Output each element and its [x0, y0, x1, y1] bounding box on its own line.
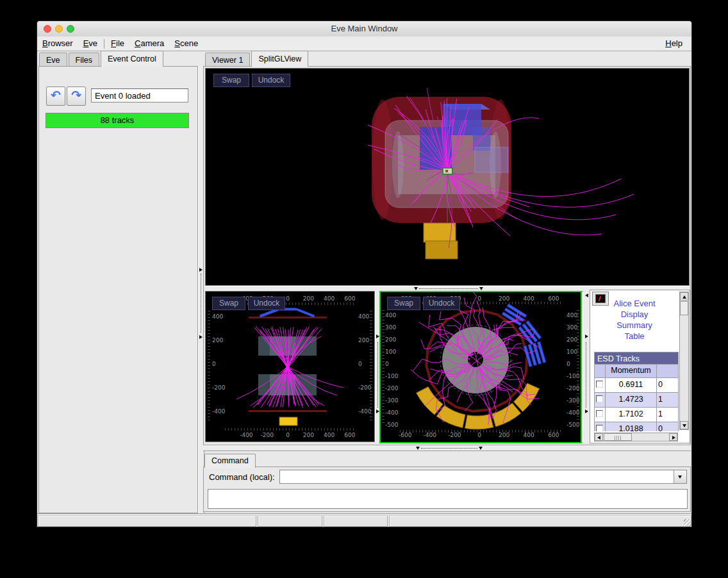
table-row: 1.47231 — [595, 393, 679, 408]
splitter-arrow-icon[interactable] — [416, 447, 420, 450]
previous-event-button[interactable]: ↶ — [46, 87, 65, 106]
titlebar[interactable]: Eve Main Window — [37, 21, 691, 37]
clipped-value: 1 — [657, 408, 679, 422]
summary-table-panel: Alice EventDisplaySummaryTable ESD Track… — [590, 290, 690, 443]
esd-tracks-table: ESD Tracks Momentum 0.691101.472311.7102… — [594, 352, 679, 431]
menubar: BrowserEveFileCameraScene Help — [37, 37, 691, 51]
splitter-arrow-icon[interactable] — [479, 447, 483, 450]
row-checkbox[interactable] — [596, 395, 603, 402]
tracks-count-badge: 88 tracks — [46, 113, 189, 128]
menu-items: BrowserEveFileCameraScene — [37, 38, 203, 48]
command-input[interactable] — [280, 470, 679, 483]
summary-title: Alice EventDisplaySummaryTable — [592, 298, 677, 342]
momentum-value: 1.7102 — [606, 408, 657, 422]
command-dropdown-button[interactable] — [674, 470, 686, 483]
row-checkbox[interactable] — [596, 425, 603, 431]
status-segment — [389, 515, 691, 527]
menu-item-scene[interactable]: Scene — [169, 37, 203, 48]
rz-projection-viewport[interactable]: -400-2000200400600-400-20002004006004002… — [205, 291, 375, 442]
row-checkbox[interactable] — [596, 410, 603, 417]
menu-item-camera[interactable]: Camera — [129, 37, 169, 48]
status-segment — [258, 515, 322, 527]
xy-event-scene — [381, 292, 581, 442]
splitglview-frame: Swap Undock -400-2000200400600-400-20002… — [203, 66, 691, 445]
tab-eve[interactable]: Eve — [39, 53, 67, 67]
select-column-header[interactable] — [595, 365, 606, 377]
swap-button[interactable]: Swap — [213, 74, 249, 87]
clipped-column-header[interactable] — [657, 365, 679, 377]
next-event-button[interactable]: ↷ — [67, 87, 86, 106]
menu-item-browser[interactable]: Browser — [37, 37, 78, 48]
xy-projection-viewport-selected[interactable]: -600-400-2000200400600-600-400-200020040… — [379, 291, 582, 443]
splitter-arrow-icon[interactable] — [414, 287, 418, 290]
table-vscrollbar[interactable] — [679, 292, 689, 430]
splitter-arrow-icon[interactable] — [199, 268, 203, 272]
momentum-column-header[interactable]: Momentum — [606, 365, 657, 377]
clipped-value: 1 — [657, 393, 679, 407]
table-row: 1.01880 — [595, 422, 679, 431]
swap-button[interactable]: Swap — [387, 297, 420, 310]
command-label: Command (local): — [209, 472, 275, 482]
horizontal-splitter-bottom[interactable] — [203, 445, 691, 451]
tab-event-control[interactable]: Event Control — [101, 51, 163, 67]
momentum-value: 1.0188 — [606, 422, 657, 431]
table-caption: ESD Tracks — [595, 352, 679, 365]
tab-command[interactable]: Command — [204, 454, 256, 468]
3d-event-scene — [206, 69, 689, 285]
command-combobox — [279, 470, 687, 484]
3d-viewport[interactable]: Swap Undock — [205, 68, 690, 286]
menu-item-help[interactable]: Help — [660, 37, 688, 48]
menu-separator — [104, 39, 104, 49]
tab-splitglview[interactable]: SplitGLView — [251, 51, 308, 67]
table-header-row: Momentum — [595, 365, 679, 378]
momentum-value: 1.4723 — [606, 393, 657, 407]
table-hscrollbar[interactable] — [594, 433, 678, 442]
resize-grip[interactable] — [684, 519, 691, 527]
splitter-arrow-icon[interactable] — [199, 335, 203, 339]
undock-button[interactable]: Undock — [252, 74, 290, 87]
clipped-value: 0 — [657, 378, 679, 392]
viewer-tabbar: Viewer 1SplitGLView — [205, 51, 310, 66]
table-row: 0.69110 — [595, 378, 679, 393]
status-segment — [324, 515, 388, 527]
command-panel: Command (local): — [203, 467, 691, 512]
momentum-value: 0.6911 — [606, 378, 657, 392]
rz-event-scene — [206, 292, 374, 442]
menu-item-file[interactable]: File — [106, 37, 129, 48]
window-title: Eve Main Window — [37, 24, 691, 33]
statusbar — [37, 513, 692, 527]
undock-button[interactable]: Undock — [423, 297, 460, 310]
splitter-arrow-icon[interactable] — [585, 409, 588, 413]
splitter-arrow-icon[interactable] — [479, 287, 483, 290]
event-control-panel: ↶ ↷ 88 tracks — [38, 66, 198, 513]
swap-button[interactable]: Swap — [212, 297, 245, 310]
event-status-field[interactable] — [91, 88, 188, 103]
undock-button[interactable]: Undock — [248, 297, 285, 310]
table-row: 1.71021 — [595, 408, 679, 422]
splitter-arrow-icon[interactable] — [585, 334, 588, 338]
status-segment — [38, 515, 256, 527]
screen: Eve Main Window BrowserEveFileCameraScen… — [0, 0, 728, 578]
dropdown-arrow-icon — [678, 475, 682, 479]
clipped-value: 0 — [657, 422, 679, 431]
eve-main-window: Eve Main Window BrowserEveFileCameraScen… — [37, 21, 692, 527]
left-tabbar: EveFilesEvent Control — [39, 51, 165, 66]
row-checkbox[interactable] — [596, 381, 603, 388]
tab-viewer-1[interactable]: Viewer 1 — [205, 53, 250, 67]
vscroll-thumb[interactable] — [680, 301, 688, 315]
menu-item-eve[interactable]: Eve — [78, 37, 103, 48]
hscroll-thumb[interactable] — [604, 433, 632, 441]
command-output[interactable] — [208, 489, 688, 509]
shutter-collapse-icon[interactable] — [585, 293, 588, 297]
tab-files[interactable]: Files — [69, 53, 99, 67]
